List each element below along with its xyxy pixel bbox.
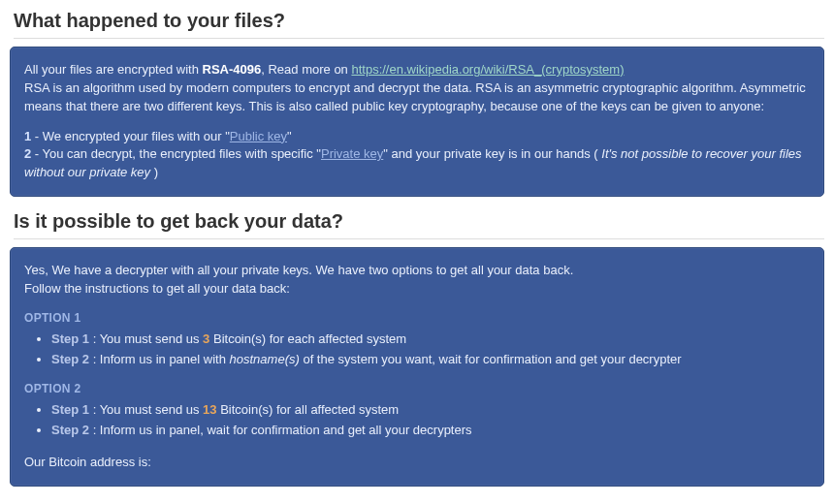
step-sep: : [89,331,100,346]
point-1-text-b: " [287,129,292,143]
option-2-step-1: Step 1 : You must send us 13 Bitcoin(s) … [51,401,810,420]
spacer [24,116,810,128]
step-sep: : [89,402,100,417]
point-1: 1 - We encrypted your files with our "Pu… [24,128,810,146]
option-2-label: OPTION 2 [24,381,810,397]
public-key-link[interactable]: Public key [230,129,287,143]
step-label: Step 2 [51,352,89,366]
step-text-b: Bitcoin(s) for all affected system [217,402,400,417]
point-2-dash: - [31,146,42,161]
rsa-description: RSA is an algorithm used by modern compu… [24,79,810,116]
wiki-link[interactable]: https://en.wikipedia.org/wiki/RSA_(crypt… [351,62,624,77]
option-1-label: OPTION 1 [24,310,810,327]
hostnames-italic: hostname(s) [230,352,300,366]
step-label: Step 1 [51,331,89,346]
step-text-a: You must send us [100,402,203,417]
step-sep: : [89,352,100,366]
section-1-title: What happened to your files? [14,10,824,39]
rsa-bold: RSA-4096 [203,62,262,77]
point-1-text-a: We encrypted your files with our " [43,129,230,143]
section-2-panel: Yes, We have a decrypter with all your p… [10,247,824,487]
follow-line: Follow the instructions to get all your … [24,280,810,299]
step-text-a: Inform us in panel with [100,352,230,366]
option-2-step-2: Step 2 : Inform us in panel, wait for co… [51,422,810,440]
bitcoin-address-line: Our Bitcoin address is: [24,454,810,472]
ransom-note-page: What happened to your files? All your fi… [0,0,834,496]
intro-prefix: All your files are encrypted with [24,62,203,77]
private-key-link[interactable]: Private key [321,146,383,161]
point-1-dash: - [31,129,43,143]
option-1-step-2: Step 2 : Inform us in panel with hostnam… [51,351,810,369]
option-1-step-1: Step 1 : You must send us 3 Bitcoin(s) f… [51,331,810,349]
bitcoin-address-redacted [160,458,383,468]
step-sep: : [89,423,100,437]
step-label: Step 2 [51,423,89,437]
option-1-steps: Step 1 : You must send us 3 Bitcoin(s) f… [51,331,810,369]
step-text: Inform us in panel, wait for confirmatio… [100,423,472,437]
point-2: 2 - You can decrypt, the encrypted files… [24,145,810,182]
intro-mid: , Read more on [261,62,351,77]
section-2-title: Is it possible to get back your data? [14,210,824,239]
bitcoin-address-label: Our Bitcoin address is: [24,455,151,469]
step-label: Step 1 [51,402,89,417]
point-2-text-a: You can decrypt, the encrypted files wit… [43,146,321,161]
step-text-a: You must send us [100,331,203,346]
intro-line: All your files are encrypted with RSA-40… [24,61,810,79]
point-2-text-b: " and your private key is in our hands ( [383,146,601,161]
step-text-b: Bitcoin(s) for each affected system [209,331,406,346]
step-text-b: of the system you want, wait for confirm… [300,352,682,366]
yes-line: Yes, We have a decrypter with all your p… [24,262,810,280]
point-2-text-c: ) [150,165,158,179]
bitcoin-count: 13 [203,402,216,417]
option-2-steps: Step 1 : You must send us 13 Bitcoin(s) … [51,401,810,440]
section-1-panel: All your files are encrypted with RSA-40… [10,47,824,197]
